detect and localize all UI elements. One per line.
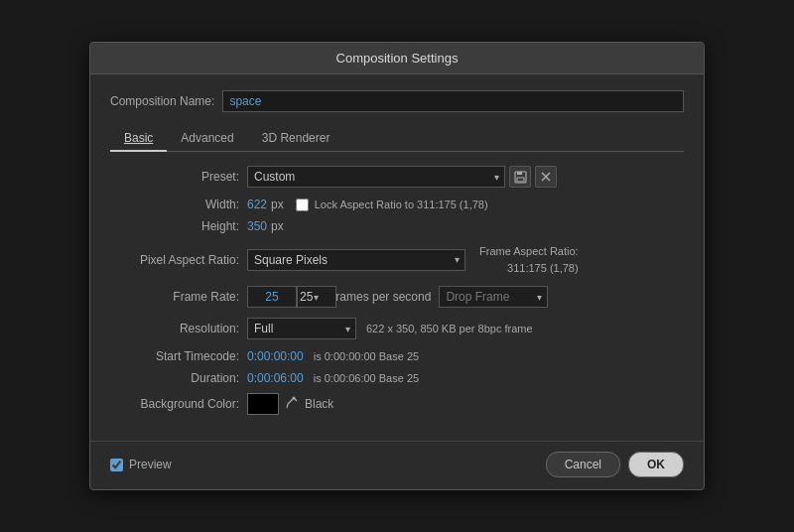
height-value: 350 [247, 219, 267, 233]
footer-buttons: Cancel OK [546, 452, 684, 477]
drop-frame-select[interactable]: Drop Frame Non Drop Frame [439, 286, 548, 308]
bg-color-name: Black [305, 397, 333, 411]
duration-info: is 0:00:06:00 Base 25 [314, 372, 419, 384]
preset-delete-icon[interactable] [535, 166, 557, 188]
pixel-aspect-select[interactable]: Square Pixels D1/DV NTSC (0.91) D1/DV PA… [247, 249, 465, 271]
pixel-aspect-label: Pixel Aspect Ratio: [110, 253, 239, 267]
lock-aspect-label: Lock Aspect Ratio to 311:175 (1,78) [315, 199, 488, 210]
composition-settings-dialog: Composition Settings Composition Name: B… [89, 42, 705, 490]
start-timecode-row: Start Timecode: 0:00:00:00 is 0:00:00:00… [110, 349, 684, 363]
pixel-aspect-row: Pixel Aspect Ratio: Square Pixels D1/DV … [110, 243, 684, 276]
svg-point-8 [293, 396, 296, 399]
dialog-body: Composition Name: Basic Advanced 3D Rend… [90, 74, 704, 441]
height-label: Height: [110, 219, 239, 233]
eyedropper-button[interactable] [285, 396, 299, 413]
height-unit: px [271, 219, 284, 233]
framerate-row: Frame Rate: 25 24 30 29.97 ▾ frames per … [110, 286, 684, 308]
start-timecode-value[interactable]: 0:00:00:00 [247, 349, 304, 363]
comp-name-input[interactable] [222, 90, 684, 112]
svg-rect-1 [517, 172, 522, 175]
comp-name-row: Composition Name: [110, 90, 684, 112]
width-row: Width: 622 px Lock Aspect Ratio to 311:1… [110, 198, 684, 211]
duration-label: Duration: [110, 371, 239, 385]
ok-button[interactable]: OK [628, 452, 684, 477]
tab-3d-renderer[interactable]: 3D Renderer [248, 126, 344, 152]
fps-label: frames per second [332, 290, 431, 304]
preset-label: Preset: [110, 170, 239, 184]
lock-aspect-group: Lock Aspect Ratio to 311:175 (1,78) [296, 199, 488, 211]
width-unit: px [271, 198, 284, 211]
duration-row: Duration: 0:00:06:00 is 0:00:06:00 Base … [110, 371, 684, 385]
comp-name-label: Composition Name: [110, 94, 214, 108]
resolution-select[interactable]: Full Half Third Quarter Custom [247, 318, 356, 339]
dialog-title: Composition Settings [336, 51, 459, 66]
frame-aspect-block: Frame Aspect Ratio: 311:175 (1,78) [479, 243, 579, 276]
svg-line-7 [287, 404, 288, 408]
start-timecode-label: Start Timecode: [110, 349, 239, 363]
bg-color-swatch[interactable] [247, 393, 279, 415]
preset-row: Preset: Custom HDTV 1080 29.97 HDTV 1080… [110, 166, 684, 188]
height-row: Height: 350 px [110, 219, 684, 233]
dialog-footer: Preview Cancel OK [90, 441, 704, 489]
tab-advanced[interactable]: Advanced [167, 126, 247, 152]
preset-save-icon[interactable] [509, 166, 531, 188]
lock-aspect-checkbox[interactable] [296, 199, 309, 211]
preset-select[interactable]: Custom HDTV 1080 29.97 HDTV 1080 25 Film… [247, 166, 505, 188]
width-label: Width: [110, 198, 239, 211]
pixel-aspect-select-wrap: Square Pixels D1/DV NTSC (0.91) D1/DV PA… [247, 249, 465, 271]
framerate-label: Frame Rate: [110, 290, 239, 304]
dialog-titlebar: Composition Settings [90, 43, 704, 74]
resolution-row: Resolution: Full Half Third Quarter Cust… [110, 318, 684, 339]
tab-basic[interactable]: Basic [110, 126, 167, 152]
tabs: Basic Advanced 3D Renderer [110, 126, 684, 152]
resolution-label: Resolution: [110, 322, 239, 335]
start-timecode-info: is 0:00:00:00 Base 25 [314, 350, 419, 362]
duration-value[interactable]: 0:00:06:00 [247, 371, 304, 385]
frame-aspect-label: Frame Aspect Ratio: [479, 245, 579, 257]
bg-color-label: Background Color: [110, 397, 239, 411]
frame-aspect-value: 311:175 (1,78) [507, 262, 579, 274]
preset-select-wrap: Custom HDTV 1080 29.97 HDTV 1080 25 Film… [247, 166, 505, 188]
resolution-info: 622 x 350, 850 KB per 8bpc frame [366, 323, 533, 334]
preview-group: Preview [110, 458, 172, 471]
preview-checkbox[interactable] [110, 459, 123, 471]
preview-label: Preview [129, 458, 172, 471]
framerate-dropdown[interactable]: 25 24 30 29.97 [297, 286, 336, 308]
framerate-dropdown-wrap: 25 24 30 29.97 ▾ [297, 286, 325, 308]
cancel-button[interactable]: Cancel [546, 452, 620, 477]
width-value: 622 [247, 198, 267, 211]
svg-rect-2 [517, 178, 524, 182]
resolution-select-wrap: Full Half Third Quarter Custom ▾ [247, 318, 356, 339]
bg-color-row: Background Color: Black [110, 393, 684, 415]
framerate-input[interactable] [247, 286, 297, 308]
drop-frame-wrap: Drop Frame Non Drop Frame ▾ [439, 286, 548, 308]
